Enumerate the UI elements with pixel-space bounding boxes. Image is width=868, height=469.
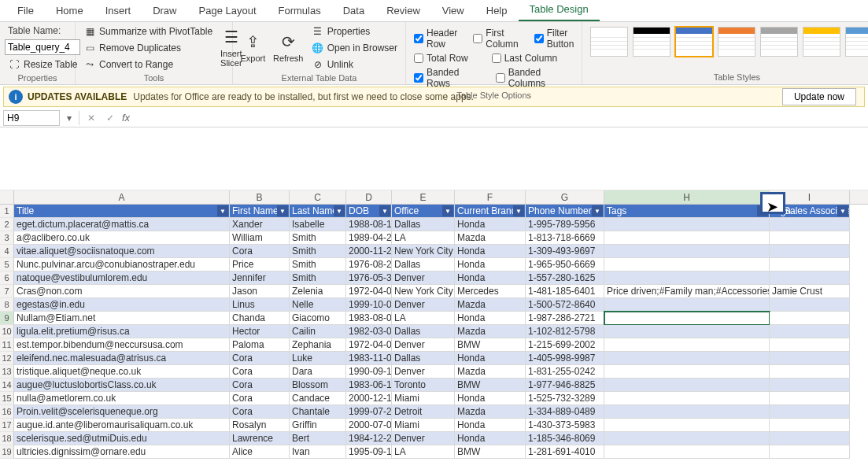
table-cell[interactable]: [770, 298, 850, 312]
table-cell[interactable]: Giacomo: [290, 312, 346, 325]
table-style-swatch[interactable]: [718, 27, 755, 57]
table-cell[interactable]: 1-500-572-8640: [526, 298, 604, 312]
filter-dropdown-icon[interactable]: ▼: [334, 205, 345, 216]
table-cell[interactable]: [770, 231, 850, 245]
table-cell[interactable]: Honda: [455, 271, 526, 285]
table-cell[interactable]: Price driven;#Family man;#Accessories: [604, 285, 770, 298]
table-cell[interactable]: LA: [392, 231, 455, 245]
table-cell[interactable]: 1976-05-30: [346, 271, 392, 285]
namebox-dropdown-icon[interactable]: ▾: [65, 113, 74, 124]
table-cell[interactable]: Mazda: [455, 365, 526, 379]
chk-first-col[interactable]: First Column: [470, 27, 521, 50]
table-cell[interactable]: Honda: [455, 419, 526, 432]
table-cell[interactable]: Rosalyn: [230, 419, 290, 432]
tab-table-design[interactable]: Table Design: [519, 0, 600, 21]
table-cell[interactable]: Bert: [290, 432, 346, 445]
table-cell[interactable]: [770, 445, 850, 459]
table-cell[interactable]: 1-481-185-6401: [526, 285, 604, 298]
table-cell[interactable]: 1972-04-01: [346, 285, 392, 298]
table-cell[interactable]: Dallas: [392, 325, 455, 338]
table-cell[interactable]: Smith: [290, 231, 346, 245]
table-cell[interactable]: 1972-04-03: [346, 338, 392, 352]
table-cell[interactable]: Cora: [230, 405, 290, 419]
table-cell[interactable]: 1-995-789-5956: [526, 218, 604, 231]
table-cell[interactable]: Price: [230, 258, 290, 271]
table-cell[interactable]: [604, 325, 770, 338]
table-cell[interactable]: [770, 419, 850, 432]
row-header[interactable]: 18: [0, 432, 14, 445]
table-cell[interactable]: BMW: [455, 338, 526, 352]
update-now-button[interactable]: Update now: [782, 88, 856, 105]
table-cell[interactable]: Cora: [230, 365, 290, 379]
table-cell[interactable]: 1-525-732-3289: [526, 392, 604, 405]
table-cell[interactable]: 1-977-946-8825: [526, 379, 604, 392]
table-style-swatch[interactable]: [845, 27, 868, 57]
table-header-cell[interactable]: DOB▼: [346, 205, 392, 218]
filter-dropdown-icon[interactable]: ▼: [442, 205, 453, 216]
table-cell[interactable]: [604, 312, 770, 325]
filter-dropdown-icon[interactable]: ▼: [837, 205, 848, 216]
table-cell[interactable]: William: [230, 231, 290, 245]
row-header[interactable]: 1: [0, 205, 14, 218]
table-header-cell[interactable]: First Name▼: [230, 205, 290, 218]
table-cell[interactable]: Smith: [290, 245, 346, 258]
table-cell[interactable]: [604, 352, 770, 365]
table-cell[interactable]: New York City: [392, 245, 455, 258]
row-header[interactable]: 19: [0, 445, 14, 459]
column-header[interactable]: F: [455, 190, 526, 204]
table-header-cell[interactable]: Tags▼: [604, 205, 770, 218]
table-cell[interactable]: [604, 271, 770, 285]
table-cell[interactable]: Mazda: [455, 405, 526, 419]
table-cell[interactable]: Denver: [392, 338, 455, 352]
table-cell[interactable]: Alice: [230, 445, 290, 459]
row-header[interactable]: 6: [0, 271, 14, 285]
column-header[interactable]: E: [392, 190, 455, 204]
table-cell[interactable]: Denver: [392, 365, 455, 379]
table-cell[interactable]: 1983-08-04: [346, 312, 392, 325]
table-header-cell[interactable]: Phone Number▼: [526, 205, 604, 218]
table-cell[interactable]: Cora: [230, 352, 290, 365]
table-cell[interactable]: tristique.aliquet@neque.co.uk: [14, 365, 230, 379]
table-cell[interactable]: BMW: [455, 379, 526, 392]
table-cell[interactable]: [604, 432, 770, 445]
table-cell[interactable]: 2000-11-25: [346, 245, 392, 258]
table-cell[interactable]: [770, 312, 850, 325]
table-cell[interactable]: Smith: [290, 271, 346, 285]
table-cell[interactable]: natoque@vestibulumlorem.edu: [14, 271, 230, 285]
table-cell[interactable]: Proin.velit@scelerisqueneque.org: [14, 405, 230, 419]
table-cell[interactable]: Honda: [455, 352, 526, 365]
table-cell[interactable]: Chantale: [290, 405, 346, 419]
chk-banded-rows[interactable]: Banded Rows: [411, 66, 483, 90]
chk-banded-cols[interactable]: Banded Columns: [493, 66, 578, 90]
row-header[interactable]: 2: [0, 218, 14, 231]
row-header[interactable]: 9: [0, 312, 14, 325]
table-cell[interactable]: [770, 325, 850, 338]
row-header[interactable]: 10: [0, 325, 14, 338]
table-style-swatch[interactable]: [675, 27, 713, 57]
row-header[interactable]: 5: [0, 258, 14, 271]
table-cell[interactable]: [604, 419, 770, 432]
table-cell[interactable]: 1-185-346-8069: [526, 432, 604, 445]
table-cell[interactable]: Dallas: [392, 218, 455, 231]
table-cell[interactable]: eleifend.nec.malesuada@atrisus.ca: [14, 352, 230, 365]
filter-dropdown-icon[interactable]: ▼: [217, 205, 228, 216]
column-header[interactable]: H: [604, 190, 770, 204]
table-cell[interactable]: Paloma: [230, 338, 290, 352]
table-cell[interactable]: Blossom: [290, 379, 346, 392]
table-cell[interactable]: Mazda: [455, 298, 526, 312]
table-cell[interactable]: New York City: [392, 285, 455, 298]
ext-properties-button[interactable]: ☰Properties: [308, 24, 401, 39]
table-cell[interactable]: [604, 445, 770, 459]
table-cell[interactable]: Honda: [455, 392, 526, 405]
table-cell[interactable]: 1983-11-02: [346, 352, 392, 365]
table-cell[interactable]: Jennifer: [230, 271, 290, 285]
row-header[interactable]: 17: [0, 419, 14, 432]
table-cell[interactable]: 1-281-691-4010: [526, 445, 604, 459]
table-cell[interactable]: BMW: [455, 445, 526, 459]
table-cell[interactable]: 1976-08-29: [346, 258, 392, 271]
refresh-button[interactable]: ⟳Refresh: [273, 24, 304, 71]
table-cell[interactable]: Isabelle: [290, 218, 346, 231]
resize-table-button[interactable]: ⛶Resize Table: [5, 57, 80, 72]
unlink-button[interactable]: ⊘Unlink: [308, 57, 401, 72]
table-cell[interactable]: Miami: [392, 419, 455, 432]
